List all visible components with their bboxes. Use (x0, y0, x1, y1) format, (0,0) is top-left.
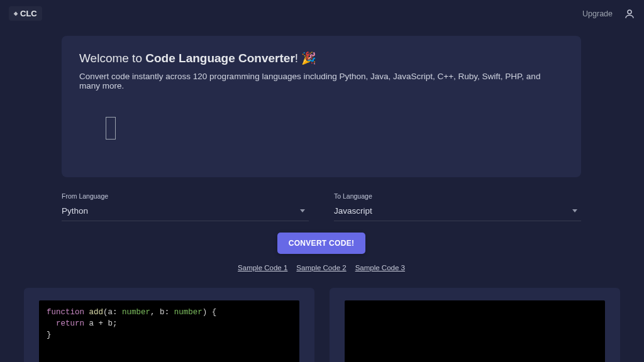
to-language-select[interactable]: Javascript (334, 202, 581, 221)
hero-card: Welcome to Code Language Converter! 🎉 Co… (62, 36, 581, 177)
page-subtitle: Convert code instantly across 120 progra… (79, 72, 564, 90)
from-language-value: Python (62, 206, 88, 216)
upgrade-link[interactable]: Upgrade (582, 9, 613, 18)
source-code-editor[interactable]: function add(a: number, b: number) { ret… (39, 300, 299, 362)
brand-icon: ◆ (14, 11, 18, 16)
chevron-down-icon (572, 209, 577, 212)
to-language-label: To Language (334, 192, 581, 200)
from-language-label: From Language (62, 192, 309, 200)
to-language-value: Javascript (334, 206, 372, 216)
sample-code-1[interactable]: Sample Code 1 (238, 264, 287, 272)
source-code-panel: function add(a: number, b: number) { ret… (24, 288, 314, 362)
output-code-editor[interactable] (345, 300, 605, 362)
sample-code-2[interactable]: Sample Code 2 (296, 264, 346, 272)
from-language-select[interactable]: Python (62, 202, 309, 221)
convert-button[interactable]: CONVERT CODE! (277, 233, 366, 254)
output-code-panel (330, 288, 620, 362)
page-title: Welcome to Code Language Converter! 🎉 (79, 51, 564, 65)
chevron-down-icon (300, 209, 305, 212)
svg-point-0 (628, 10, 631, 14)
profile-icon[interactable] (624, 8, 635, 19)
sample-links: Sample Code 1 Sample Code 2 Sample Code … (62, 264, 581, 272)
brand-badge[interactable]: ◆ CLC (9, 6, 42, 21)
placeholder-icon (106, 117, 116, 140)
sample-code-3[interactable]: Sample Code 3 (355, 264, 405, 272)
brand-label: CLC (20, 9, 37, 18)
